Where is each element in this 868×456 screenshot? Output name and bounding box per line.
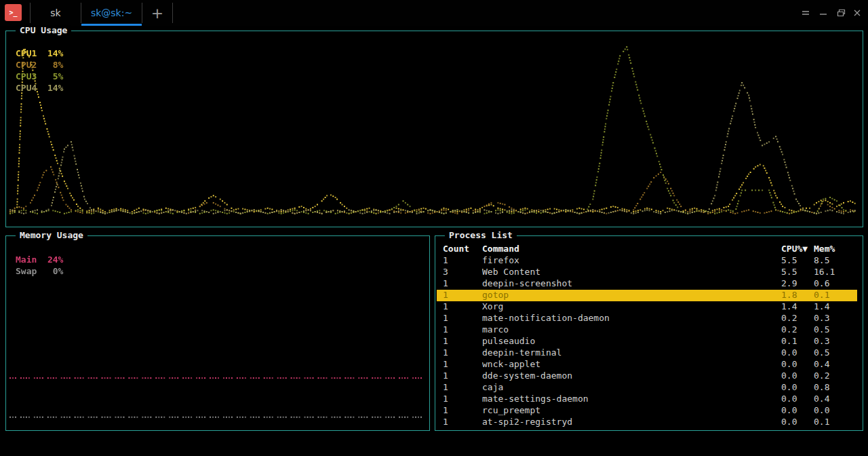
legend-series-value: 0% (37, 265, 63, 277)
process-count: 1 (443, 347, 482, 359)
process-cpu: 0.0 (781, 417, 814, 428)
process-cpu: 5.5 (781, 255, 814, 267)
process-row[interactable]: 1at-spi2-registryd0.00.1 (437, 417, 857, 428)
legend-row-cpu4: CPU414% (16, 82, 63, 94)
process-cpu: 2.9 (781, 278, 814, 290)
process-row[interactable]: 1caja0.00.8 (437, 382, 857, 394)
process-cpu: 1.4 (781, 301, 814, 313)
process-mem: 1.4 (814, 301, 852, 313)
process-count: 1 (443, 394, 482, 405)
process-count: 1 (443, 278, 482, 290)
process-mem: 0.4 (814, 359, 852, 370)
process-command: at-spi2-registryd (482, 417, 781, 428)
process-mem: 16.1 (814, 267, 852, 278)
process-table-header: CountCommandCPU%▼Mem% (437, 244, 857, 255)
process-row[interactable]: 1rcu_preempt0.00.0 (437, 405, 857, 417)
column-header-mem[interactable]: Mem% (814, 244, 852, 255)
process-command: rcu_preempt (482, 405, 781, 417)
process-command: mate-notification-daemon (482, 313, 781, 324)
process-cpu: 0.2 (781, 313, 814, 324)
process-mem: 0.5 (814, 347, 852, 359)
close-icon[interactable] (852, 7, 863, 18)
process-mem: 0.1 (814, 417, 852, 428)
legend-row-cpu1: CPU114% (16, 48, 63, 59)
process-mem: 0.5 (814, 324, 852, 336)
column-header-command[interactable]: Command (482, 244, 781, 255)
legend-row-cpu2: CPU28% (16, 59, 63, 71)
new-tab-button[interactable]: + (142, 0, 172, 26)
process-command: caja (482, 382, 781, 394)
process-cpu: 0.0 (781, 405, 814, 417)
process-count: 1 (443, 405, 482, 417)
process-command: pulseaudio (482, 336, 781, 347)
process-command: dde-system-daemon (482, 370, 781, 382)
process-cpu: 0.0 (781, 382, 814, 394)
cpu-usage-panel: CPU Usage CPU114%CPU28%CPU35%CPU414% (5, 31, 863, 227)
process-command: mate-settings-daemon (482, 394, 781, 405)
process-cpu: 0.2 (781, 324, 814, 336)
tab-sk[interactable]: sk (31, 0, 81, 26)
process-mem: 0.3 (814, 336, 852, 347)
process-row[interactable]: 1marco0.20.5 (437, 324, 857, 336)
process-mem: 0.3 (814, 313, 852, 324)
column-header-cpu[interactable]: CPU%▼ (781, 244, 814, 255)
process-cpu: 1.8 (781, 290, 814, 301)
terminal-app-icon: >_ (5, 4, 22, 21)
legend-series-name: CPU3 (16, 71, 37, 82)
memory-usage-panel: Memory Usage Main24%Swap0% (5, 235, 430, 431)
process-cpu: 0.1 (781, 336, 814, 347)
tab-label: sk@sk:~ (91, 7, 132, 18)
process-count: 1 (443, 382, 482, 394)
legend-row-main: Main24% (16, 254, 63, 265)
process-mem: 0.8 (814, 382, 852, 394)
process-row[interactable]: 1mate-settings-daemon0.00.4 (437, 394, 857, 405)
tab-separator (172, 3, 173, 23)
process-row[interactable]: 1pulseaudio0.10.3 (437, 336, 857, 347)
process-count: 1 (443, 255, 482, 267)
process-row[interactable]: 1deepin-screenshot2.90.6 (437, 278, 857, 290)
legend-series-value: 24% (37, 254, 63, 265)
process-row[interactable]: 1mate-notification-daemon0.20.3 (437, 313, 857, 324)
process-row-selected[interactable]: 1gotop1.80.1 (437, 290, 857, 301)
process-command: wnck-applet (482, 359, 781, 370)
process-list-panel: Process List CountCommandCPU%▼Mem%1firef… (435, 235, 863, 431)
process-count: 1 (443, 301, 482, 313)
tab-sk-at-sk[interactable]: sk@sk:~ (81, 0, 142, 26)
process-count: 1 (443, 359, 482, 370)
process-row[interactable]: 1dde-system-daemon0.00.2 (437, 370, 857, 382)
legend-series-name: Main (16, 254, 37, 265)
legend-row-swap: Swap0% (16, 265, 63, 277)
plus-icon: + (151, 5, 163, 22)
legend-series-value: 14% (37, 48, 63, 59)
restore-icon[interactable] (835, 7, 846, 18)
process-count: 1 (443, 336, 482, 347)
process-command: deepin-terminal (482, 347, 781, 359)
process-command: marco (482, 324, 781, 336)
process-command: Xorg (482, 301, 781, 313)
process-mem: 0.0 (814, 405, 852, 417)
process-mem: 0.1 (814, 290, 852, 301)
process-panel-title: Process List (445, 230, 517, 240)
active-tab-underline (81, 24, 142, 26)
process-row[interactable]: 1firefox5.58.5 (437, 255, 857, 267)
memory-legend: Main24%Swap0% (16, 254, 63, 277)
process-mem: 0.6 (814, 278, 852, 290)
process-cpu: 5.5 (781, 267, 814, 278)
process-row[interactable]: 1Xorg1.41.4 (437, 301, 857, 313)
legend-series-value: 5% (37, 71, 63, 82)
process-command: deepin-screenshot (482, 278, 781, 290)
process-cpu: 0.0 (781, 394, 814, 405)
legend-series-name: CPU1 (16, 48, 37, 59)
process-row[interactable]: 1deepin-terminal0.00.5 (437, 347, 857, 359)
cpu-usage-chart (6, 31, 861, 225)
process-row[interactable]: 1wnck-applet0.00.4 (437, 359, 857, 370)
legend-series-name: CPU2 (16, 59, 37, 71)
process-row[interactable]: 3Web Content5.516.1 (437, 267, 857, 278)
minimize-icon[interactable] (818, 7, 829, 18)
menu-icon[interactable] (800, 7, 811, 18)
column-header-count[interactable]: Count (443, 244, 482, 255)
legend-series-value: 14% (37, 82, 63, 94)
process-count: 1 (443, 324, 482, 336)
process-count: 1 (443, 417, 482, 428)
legend-series-name: Swap (16, 265, 37, 277)
